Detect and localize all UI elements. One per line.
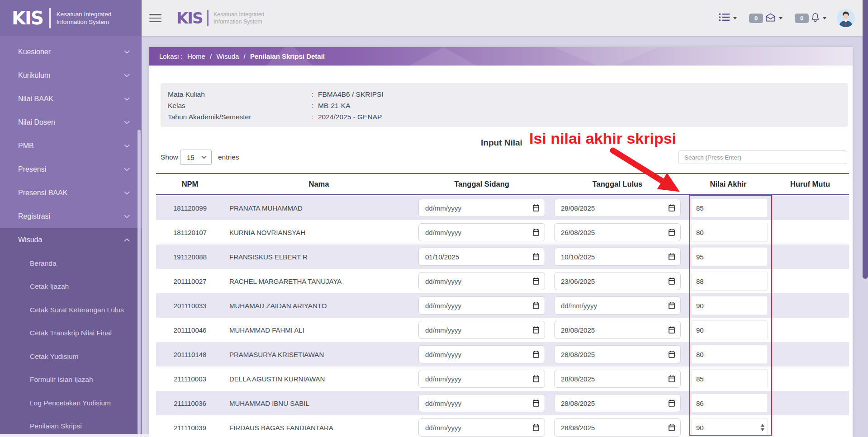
nilai-akhir-field[interactable] [692, 321, 767, 339]
tanggal-lulus-field[interactable] [560, 375, 665, 383]
tanggal-lulus-field[interactable] [560, 204, 665, 212]
sidebar-item-pmb[interactable]: PMB [0, 134, 142, 158]
tanggal-lulus-field[interactable] [560, 277, 665, 286]
calendar-icon[interactable] [669, 229, 675, 236]
tanggal-lulus-input[interactable] [554, 272, 681, 290]
sidebar-subitem-log-pencetakan-yudisium[interactable]: Log Pencetakan Yudisium [0, 391, 142, 415]
tanggal-sidang-input[interactable] [418, 199, 545, 217]
tanggal-lulus-field[interactable] [560, 253, 665, 261]
tanggal-sidang-field[interactable] [424, 350, 529, 359]
calendar-icon[interactable] [669, 253, 675, 260]
nilai-akhir-input[interactable] [691, 394, 768, 413]
tanggal-sidang-input[interactable] [418, 321, 545, 339]
tanggal-sidang-input[interactable] [418, 272, 545, 290]
vertical-scrollbar-thumb[interactable] [863, 0, 868, 279]
nilai-akhir-input[interactable] [691, 345, 768, 364]
tanggal-lulus-input[interactable] [554, 345, 681, 363]
calendar-icon[interactable] [533, 229, 539, 236]
sidebar-subitem-cetak-yudisium[interactable]: Cetak Yudisium [0, 345, 142, 368]
nilai-akhir-input[interactable] [691, 296, 768, 315]
tanggal-sidang-input[interactable] [418, 296, 545, 315]
nilai-akhir-field[interactable] [692, 418, 767, 437]
nilai-akhir-input[interactable] [691, 247, 768, 266]
sidebar-subitem-cetak-transkrip-nilai-final[interactable]: Cetak Transkrip Nilai Final [0, 322, 142, 345]
nilai-akhir-input[interactable] [691, 418, 768, 437]
tanggal-lulus-field[interactable] [560, 423, 665, 432]
tanggal-lulus-field[interactable] [560, 301, 665, 310]
tanggal-lulus-input[interactable] [554, 223, 681, 241]
sidebar-subitem-cetak-surat-keterangan-lulus[interactable]: Cetak Surat Keterangan Lulus [0, 298, 142, 322]
breadcrumb-home-link[interactable]: Home [187, 52, 205, 60]
messages-button[interactable] [765, 13, 783, 23]
calendar-icon[interactable] [533, 204, 539, 211]
sidebar-item-kurikulum[interactable]: Kurikulum [0, 64, 142, 87]
calendar-icon[interactable] [533, 399, 539, 407]
calendar-icon[interactable] [533, 424, 539, 431]
tanggal-lulus-input[interactable] [554, 199, 681, 217]
calendar-icon[interactable] [669, 326, 675, 334]
nilai-akhir-field[interactable] [692, 248, 767, 266]
tanggal-sidang-input[interactable] [418, 418, 545, 437]
tanggal-sidang-field[interactable] [424, 423, 529, 432]
nilai-akhir-field[interactable] [692, 394, 767, 412]
sidebar-item-nilai-baak[interactable]: Nilai BAAK [0, 87, 142, 111]
calendar-icon[interactable] [533, 302, 539, 309]
sidebar-item-nilai-dosen[interactable]: Nilai Dosen [0, 111, 142, 134]
tanggal-sidang-field[interactable] [424, 326, 529, 334]
sidebar-subitem-penilaian-skripsi[interactable]: Penilaian Skripsi [0, 415, 142, 435]
calendar-icon[interactable] [669, 399, 675, 407]
number-spinner[interactable] [761, 424, 764, 431]
tanggal-sidang-input[interactable] [418, 223, 545, 241]
calendar-icon[interactable] [533, 277, 539, 285]
sidebar-item-kuesioner[interactable]: Kuesioner [0, 40, 142, 64]
sidebar-item-presensi-baak[interactable]: Presensi BAAK [0, 181, 142, 205]
tanggal-sidang-field[interactable] [424, 399, 529, 408]
nilai-akhir-input[interactable] [691, 320, 768, 339]
hamburger-icon[interactable] [149, 14, 161, 22]
nilai-akhir-field[interactable] [692, 223, 767, 241]
tanggal-lulus-input[interactable] [554, 418, 681, 437]
nilai-akhir-field[interactable] [692, 345, 767, 363]
calendar-icon[interactable] [669, 375, 675, 382]
sidebar-item-registrasi[interactable]: Registrasi [0, 205, 142, 228]
calendar-icon[interactable] [533, 351, 539, 358]
tanggal-sidang-field[interactable] [424, 301, 529, 310]
tanggal-sidang-input[interactable] [418, 248, 545, 266]
tanggal-lulus-field[interactable] [560, 326, 665, 334]
horizontal-scrollbar-track[interactable] [0, 434, 149, 437]
nilai-akhir-input[interactable] [691, 223, 768, 242]
tanggal-lulus-input[interactable] [554, 248, 681, 266]
calendar-icon[interactable] [669, 277, 675, 285]
calendar-icon[interactable] [669, 204, 675, 211]
calendar-icon[interactable] [669, 351, 675, 358]
tanggal-lulus-input[interactable] [554, 296, 681, 315]
breadcrumb-wisuda-link[interactable]: Wisuda [216, 52, 239, 60]
nilai-akhir-field[interactable] [692, 296, 767, 315]
tanggal-sidang-field[interactable] [424, 375, 529, 383]
tanggal-sidang-input[interactable] [418, 345, 545, 363]
tanggal-sidang-input[interactable] [418, 394, 545, 412]
user-avatar[interactable] [837, 9, 855, 27]
notifications-button[interactable] [811, 13, 826, 24]
nilai-akhir-field[interactable] [692, 272, 767, 290]
tanggal-lulus-input[interactable] [554, 370, 681, 388]
sidebar-item-presensi[interactable]: Presensi [0, 158, 142, 181]
nilai-akhir-input[interactable] [691, 369, 768, 388]
sidebar-scrollbar-thumb[interactable] [138, 130, 141, 434]
tanggal-lulus-input[interactable] [554, 394, 681, 412]
calendar-icon[interactable] [669, 424, 675, 431]
tanggal-sidang-field[interactable] [424, 228, 529, 237]
sidebar-item-wisuda[interactable]: Wisuda [0, 228, 142, 252]
tanggal-sidang-field[interactable] [424, 253, 529, 261]
tanggal-sidang-input[interactable] [418, 370, 545, 388]
sidebar-subitem-cetak-ijazah[interactable]: Cetak Ijazah [0, 275, 142, 299]
calendar-icon[interactable] [533, 253, 539, 260]
task-menu-button[interactable] [719, 13, 737, 23]
page-size-select[interactable]: 15 [180, 150, 212, 165]
calendar-icon[interactable] [533, 326, 539, 334]
tanggal-lulus-field[interactable] [560, 228, 665, 237]
calendar-icon[interactable] [533, 375, 539, 382]
tanggal-lulus-field[interactable] [560, 350, 665, 359]
tanggal-lulus-field[interactable] [560, 399, 665, 408]
sidebar-subitem-formulir-isian-ijazah[interactable]: Formulir Isian Ijazah [0, 368, 142, 392]
